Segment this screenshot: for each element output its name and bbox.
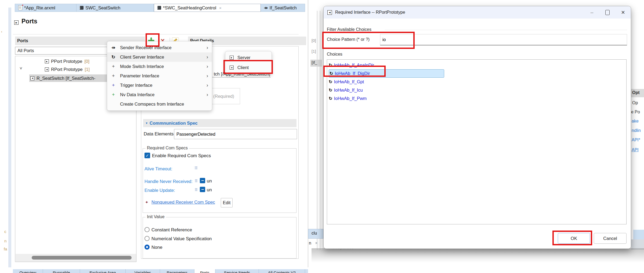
interface-arrow-icon: ⇸ (264, 5, 268, 10)
init-value-legend: Init Value (146, 214, 166, 219)
collapse-icon: ▾ (146, 121, 147, 125)
none-radio[interactable] (144, 245, 150, 250)
tree-hscroll (16, 254, 136, 262)
dialog-shadow-band (312, 248, 644, 265)
nonqueued-receiver-com-spec-link[interactable]: Nonqueued Receiver Com Spec (151, 200, 215, 205)
maximize-button[interactable] (603, 10, 612, 15)
minimize-button[interactable]: – (588, 9, 596, 15)
annotation-ok-button (552, 231, 592, 245)
client-server-icon: ↻ (329, 88, 332, 93)
bottom-tab-overview[interactable]: Overview (13, 269, 43, 273)
menu-item-mode-switch-interface[interactable]: ✦ Mode Switch Interface › (107, 62, 212, 71)
menu-label: Client Server Interface (120, 55, 207, 60)
bottom-tab-parameters[interactable]: Parameters (160, 269, 194, 273)
choices-listbox: ↻ IoHwAb_If_AnaInDir ↻ IoHwAb_If_DigDir … (327, 59, 627, 224)
bottom-tab-variables[interactable]: Variables (126, 269, 160, 273)
submenu-chevron-icon: › (207, 64, 208, 69)
submenu-chevron-icon: › (207, 54, 208, 60)
handle-never-received-label: Handle Never Received: (144, 179, 193, 184)
tree-count: [1] (85, 67, 89, 72)
submenu-chevron-icon: › (207, 82, 208, 88)
constant-reference-radio[interactable] (144, 227, 150, 232)
close-tab-icon[interactable]: × (219, 6, 222, 10)
pattern-input[interactable] (380, 34, 627, 45)
tab-app-rte-arxml[interactable]: * *App_Rte.arxml (15, 4, 77, 12)
bg-right-link: API* (632, 138, 640, 142)
close-icon: × (315, 241, 317, 245)
bg-tree-fragment-selected: [If_ (310, 60, 322, 67)
annotation-digdir-choice (323, 66, 386, 77)
comm-spec-header[interactable]: ▾ Commnunication Spec (143, 119, 296, 127)
ports-filter-value: All Ports (17, 48, 34, 53)
editor-tab-bar: * *App_Rte.arxml SWC_SeatSwitch *SWC_Sea… (15, 4, 305, 12)
bottom-tab-bar: Overview Runnable Exclusive Area Variabl… (13, 269, 308, 273)
choice-iohwab-if-icu[interactable]: ↻ IoHwAb_If_Icu (329, 86, 625, 94)
submenu-chevron-icon: › (207, 45, 208, 51)
choice-label: IoHwAb_If_Pwm (334, 96, 367, 101)
tree-row-rport[interactable]: ◀ RPort Prototype [1] (45, 67, 90, 72)
bottom-tab-ports[interactable]: Ports (194, 269, 215, 273)
sender-receiver-icon: ⇸ (111, 45, 120, 51)
bottom-tab-runnable[interactable]: Runnable (43, 269, 80, 273)
window-margin-strip (8, 8, 11, 267)
bg-tab-fragment: clu (308, 229, 323, 239)
bottom-tab-all-contents[interactable]: All Contents V2 (259, 269, 305, 273)
bg-right-text: Op (632, 100, 638, 105)
bg-window-line (317, 11, 317, 250)
cancel-button[interactable]: Cancel (594, 233, 627, 244)
client-server-icon: ↻ (329, 79, 332, 84)
bg-right-header: Opt (631, 89, 644, 97)
choice-iohwab-if-gpt[interactable]: ↻ IoHwAb_If_Gpt (329, 78, 625, 86)
menu-item-nv-data-interface[interactable]: ✦ Nv Data Interface › (107, 90, 212, 99)
bg-right-text: e Po (631, 110, 640, 114)
menu-item-trigger-interface[interactable]: ✦ Trigger Interface › (107, 81, 212, 90)
edit-comspec-button[interactable]: Edit (221, 198, 233, 207)
tab-label: SWC_SeatSwitch (85, 5, 120, 10)
bg-right-blue-chip (633, 230, 644, 239)
tree-label: RPort Prototype (51, 67, 82, 72)
bottom-tab-service-needs[interactable]: Service Needs (215, 269, 259, 273)
bottom-tab-filler (305, 269, 308, 273)
tab-swc-seatheatingcontrol[interactable]: *SWC_SeatHeatingControl × (154, 4, 261, 12)
menu-label: Trigger Interface (120, 83, 207, 88)
dialog-close-button[interactable]: × (619, 9, 627, 16)
menu-label: Sender Receiver Interface (120, 45, 207, 50)
tree-row-pport[interactable]: ▶ PPort Prototype [0] (45, 59, 89, 64)
bg-window-line (320, 11, 320, 250)
handle-never-received-checkbox[interactable] (200, 178, 205, 183)
tree-row-r-seatswitch[interactable]: ◀ R_SeatSwitch [If_SeatSwitch- (29, 74, 111, 82)
expander-icon[interactable]: ˅ (20, 66, 22, 71)
tree-hscroll-thumb[interactable] (32, 256, 132, 260)
numerical-value-label: Numerical Value Specification (151, 236, 212, 242)
choices-label: Choices (327, 52, 342, 57)
edge-fragment: fa (4, 247, 7, 251)
required-hint-text: (Required) (213, 94, 234, 99)
menu-item-sender-receiver-interface[interactable]: ⇸ Sender Receiver Interface › (107, 43, 212, 52)
menu-item-client-server-interface[interactable]: ↻ Client Server Interface › (107, 52, 212, 62)
dialog-title-bar[interactable]: ◀ Required Interface -- RPortPrototype –… (324, 6, 631, 19)
menu-label: Mode Switch Interface (120, 64, 207, 69)
bottom-tab-exclusive-area[interactable]: Exclusive Area (80, 269, 126, 273)
edge-fragment: c (4, 229, 6, 234)
menu-item-create-comspecs[interactable]: Create Comspecs from Interface (107, 99, 212, 109)
enable-update-checkbox[interactable] (200, 187, 205, 192)
client-server-icon: ↻ (329, 96, 332, 101)
numerical-value-radio[interactable] (144, 236, 150, 241)
tree-count: [0] (84, 59, 89, 64)
bg-tree-fragment: [0] (312, 38, 316, 43)
rport-icon: ◀ (30, 76, 34, 80)
tab-swc-seatswitch[interactable]: SWC_SeatSwitch (77, 4, 154, 12)
edge-fragment: ‹ (1, 30, 2, 34)
tab-if-seatswitch[interactable]: ⇸ If_SeatSwitch (261, 4, 305, 12)
trigger-icon: ✦ (111, 82, 120, 88)
tab-label: *App_Rte.arxml (24, 5, 55, 10)
enable-required-com-specs-checkbox[interactable]: ✓ (144, 153, 150, 158)
menu-label: Create Comspecs from Interface (120, 102, 208, 107)
choice-iohwab-if-pwm[interactable]: ↻ IoHwAb_If_Pwm (329, 94, 625, 103)
data-elements-input[interactable] (174, 129, 297, 139)
enable-update-value: un (207, 187, 212, 193)
bg-tab-fragment2: n × (309, 241, 318, 246)
menu-item-parameter-interface[interactable]: ✦ Parameter Interface › (107, 71, 212, 81)
parameter-icon: ✦ (111, 73, 120, 79)
value-type-icon (194, 188, 198, 193)
